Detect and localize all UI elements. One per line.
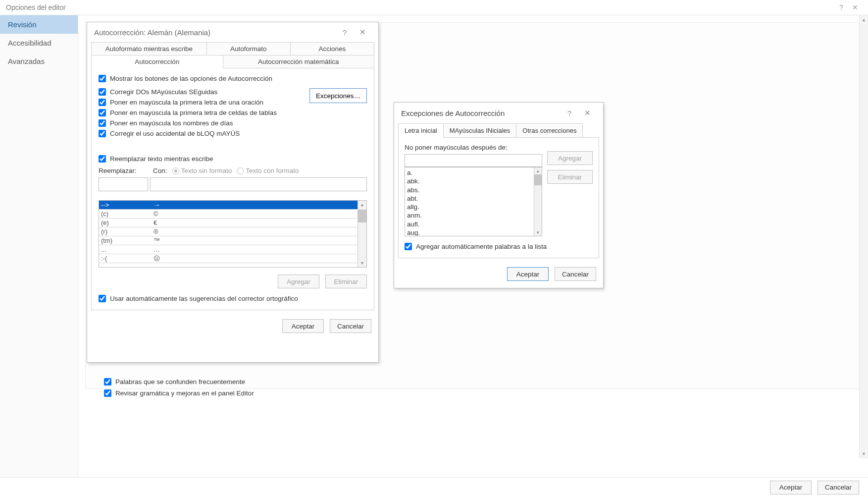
table-row[interactable]: -->→ — [99, 201, 357, 210]
tab-autocorrect[interactable]: Autocorrección — [91, 55, 223, 68]
cb-days[interactable] — [99, 119, 106, 127]
cb-show-buttons[interactable] — [99, 75, 106, 82]
list-item[interactable]: anm. — [407, 211, 532, 220]
list-item[interactable]: allg. — [407, 203, 532, 211]
scroll-thumb[interactable] — [534, 174, 542, 185]
scroll-down-icon[interactable]: ▾ — [860, 449, 868, 458]
scroll-down-icon[interactable]: ▾ — [534, 229, 542, 236]
tab-label: Autocorrección — [135, 58, 179, 65]
tab-actions[interactable]: Acciones — [290, 42, 374, 55]
radio-icon — [237, 167, 244, 174]
cb-two-caps[interactable] — [99, 88, 106, 96]
tab-autoformat[interactable]: Autoformato — [206, 42, 291, 55]
exceptions-footer: Aceptar Cancelar — [394, 262, 603, 288]
tab-other-corrections[interactable]: Otras correcciones — [516, 123, 583, 138]
cb-replace[interactable] — [99, 155, 106, 163]
check-grammar[interactable] — [104, 389, 111, 397]
scroll-thumb[interactable] — [358, 210, 366, 222]
help-icon[interactable]: ? — [561, 109, 578, 117]
button-label: Eliminar — [334, 278, 358, 285]
tab-label: Letra inicial — [405, 127, 437, 134]
tab-initial-caps[interactable]: MAyúsculas INiciales — [443, 123, 517, 138]
cell-from: (tm) — [99, 236, 152, 245]
replace-add-button[interactable]: Agregar — [278, 275, 319, 288]
cb-tablecell[interactable] — [99, 109, 106, 116]
scroll-up-icon[interactable]: ▴ — [534, 167, 542, 174]
replace-input[interactable] — [99, 177, 148, 191]
close-icon[interactable]: ✕ — [354, 28, 371, 37]
table-row[interactable]: (e)€ — [99, 219, 357, 227]
main-scrollbar[interactable]: ▴ ▾ — [859, 15, 868, 458]
cb-label: Mostrar los botones de las opciones de A… — [110, 75, 272, 82]
table-row[interactable]: ...… — [99, 245, 357, 254]
exceptions-ok-button[interactable]: Aceptar — [507, 267, 549, 281]
tab-label: Autocorrección matemática — [258, 58, 339, 65]
autocorrect-dialog: Autocorrección: Alemán (Alemania) ? ✕ Au… — [87, 22, 379, 363]
cb-sentence[interactable] — [99, 99, 106, 106]
scroll-up-icon[interactable]: ▴ — [860, 15, 868, 24]
cell-to: → — [152, 201, 357, 209]
cb-auto-add[interactable] — [405, 243, 412, 250]
replace-buttons: Agregar Eliminar — [99, 275, 367, 288]
lbl-with: Con: — [153, 167, 167, 174]
scroll-down-icon[interactable]: ▾ — [358, 259, 366, 267]
exceptions-title: Excepciones de Autocorrección — [401, 109, 505, 117]
help-icon[interactable]: ? — [834, 3, 848, 11]
tab-label: Acciones — [319, 45, 346, 53]
editor-title: Opciones del editor — [6, 3, 66, 11]
list-item[interactable]: abt. — [407, 194, 532, 203]
tab-autoformat-typing[interactable]: Autoformato mientras escribe — [91, 42, 207, 55]
tab-label: MAyúsculas INiciales — [450, 127, 511, 134]
exceptions-scrollbar[interactable]: ▴ ▾ — [534, 167, 542, 236]
lbl-no-cap-after: No poner mayúsculas después de: — [405, 144, 593, 151]
check-confused-words[interactable] — [104, 378, 111, 386]
sidebar-item-accesibilidad[interactable]: Accesibilidad — [0, 34, 78, 52]
sidebar: Revisión Accesibilidad Avanzadas — [0, 15, 78, 477]
editor-cancel-button[interactable]: Cancelar — [817, 481, 859, 495]
replace-delete-button[interactable]: Eliminar — [325, 275, 367, 288]
with-input[interactable] — [150, 177, 367, 191]
list-item[interactable]: aufl. — [407, 220, 532, 228]
exceptions-button[interactable]: Excepciones… — [309, 88, 367, 103]
cell-to: ® — [152, 227, 357, 236]
cb-show-buttons-row: Mostrar los botones de las opciones de A… — [99, 73, 367, 84]
exceptions-dialog: Excepciones de Autocorrección ? ✕ Letra … — [394, 102, 604, 288]
exceptions-list[interactable]: a.abk.abs.abt.allg.anm.aufl.aug. ▴ ▾ — [405, 167, 542, 236]
exceptions-titlebar: Excepciones de Autocorrección ? ✕ — [394, 103, 603, 123]
table-row[interactable]: (tm)™ — [99, 236, 357, 245]
autocorrect-ok-button[interactable]: Aceptar — [282, 319, 324, 333]
exceptions-cancel-button[interactable]: Cancelar — [555, 267, 596, 281]
radio-plain-text[interactable]: Texto sin formato — [172, 167, 232, 174]
tab-math-autocorrect[interactable]: Autocorrección matemática — [223, 55, 374, 68]
table-row[interactable]: (c)© — [99, 210, 357, 219]
list-item[interactable]: abk. — [407, 177, 532, 185]
exceptions-add-button[interactable]: Agregar — [547, 151, 593, 165]
cb-capslock[interactable] — [99, 130, 106, 137]
button-label: Aceptar — [292, 323, 315, 330]
table-row[interactable]: (r)® — [99, 227, 357, 236]
help-icon[interactable]: ? — [336, 28, 354, 37]
sidebar-item-revision[interactable]: Revisión — [0, 15, 78, 34]
close-icon[interactable]: ✕ — [578, 109, 596, 117]
autocorrect-cancel-button[interactable]: Cancelar — [330, 319, 371, 333]
radio-formatted-text[interactable]: Texto con formato — [237, 167, 299, 174]
replace-scrollbar[interactable]: ▴ ▾ — [357, 201, 366, 267]
cb-spellcheck[interactable] — [99, 295, 106, 302]
cell-from: :-( — [99, 254, 152, 263]
editor-ok-button[interactable]: Aceptar — [770, 481, 812, 495]
list-item[interactable]: abs. — [407, 186, 532, 194]
autocorrect-titlebar: Autocorrección: Alemán (Alemania) ? ✕ — [87, 22, 378, 42]
autocorrect-footer: Aceptar Cancelar — [87, 314, 378, 340]
list-item[interactable]: a. — [407, 168, 532, 177]
table-row[interactable]: :-(☹ — [99, 254, 357, 263]
tab-first-letter[interactable]: Letra inicial — [398, 123, 444, 138]
scroll-up-icon[interactable]: ▴ — [358, 201, 366, 209]
cb-auto-add-row: Agregar automáticamente palabras a la li… — [405, 241, 593, 252]
cell-from: (c) — [99, 210, 152, 218]
list-item[interactable]: aug. — [407, 228, 532, 236]
close-icon[interactable]: ✕ — [848, 3, 862, 11]
sidebar-item-avanzadas[interactable]: Avanzadas — [0, 52, 78, 70]
check-label: Revisar gramática y mejoras en el panel … — [115, 389, 254, 397]
exceptions-delete-button[interactable]: Eliminar — [547, 170, 593, 184]
exceptions-input[interactable] — [405, 154, 542, 167]
